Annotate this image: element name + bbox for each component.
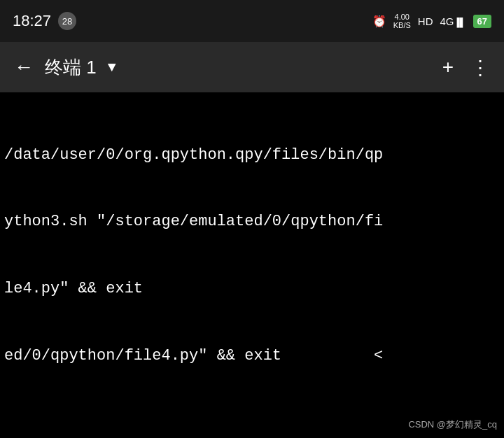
terminal-line-2: ython3.sh "/storage/emulated/0/qpython/f… xyxy=(4,211,500,233)
toolbar-right: + ⋮ xyxy=(442,56,490,79)
terminal-area: /data/user/0/org.qpython.qpy/files/bin/q… xyxy=(0,92,504,438)
back-button[interactable]: ← xyxy=(14,56,34,78)
terminal-output: /data/user/0/org.qpython.qpy/files/bin/q… xyxy=(4,99,500,438)
add-terminal-button[interactable]: + xyxy=(442,56,454,78)
toolbar-left: ← 终端 1 ▼ xyxy=(14,55,116,80)
terminal-line-1: /data/user/0/org.qpython.qpy/files/bin/q… xyxy=(4,144,500,167)
notification-badge: 28 xyxy=(58,12,76,30)
battery-indicator: 67 xyxy=(473,15,491,28)
dropdown-icon[interactable]: ▼ xyxy=(108,59,116,76)
status-bar-left: 18:27 28 xyxy=(13,12,76,30)
terminal-title: 终端 1 xyxy=(45,55,97,80)
alarm-icon: ⏰ xyxy=(372,15,386,28)
status-bar-right: ⏰ 4.00 KB/S HD 4G▐▌ 67 xyxy=(372,13,491,29)
terminal-line-3: le4.py" && exit xyxy=(4,278,500,300)
status-bar: 18:27 28 ⏰ 4.00 KB/S HD 4G▐▌ 67 xyxy=(0,0,504,42)
watermark: CSDN @梦幻精灵_cq xyxy=(408,418,497,431)
toolbar: ← 终端 1 ▼ + ⋮ xyxy=(0,42,504,92)
status-time: 18:27 xyxy=(13,12,51,30)
network-speed: 4.00 KB/S xyxy=(393,13,411,29)
hd-label: HD xyxy=(418,15,433,27)
signal-label: 4G▐▌ xyxy=(440,15,466,27)
terminal-line-4: ed/0/qpython/file4.py" && exit < xyxy=(4,345,500,367)
more-options-button[interactable]: ⋮ xyxy=(470,56,490,79)
